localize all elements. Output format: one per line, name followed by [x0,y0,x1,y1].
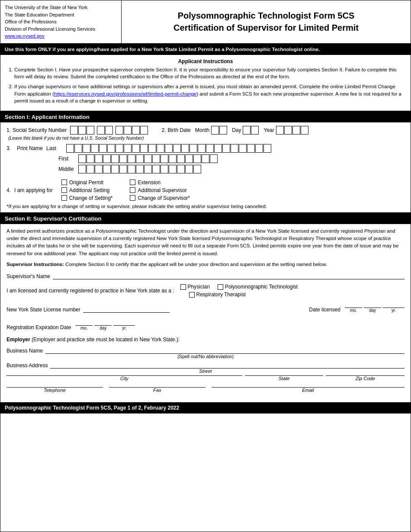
header: The University of the State of New York … [0,0,411,44]
print-name-section: 3. Print Name Last First Middle [6,144,405,173]
ssn-box-8[interactable] [132,126,140,135]
year-box-2[interactable] [284,126,292,135]
option-extension[interactable]: Extension [130,179,190,186]
supervisor-instructions-bold: Supervisor Instructions: [6,262,64,267]
footer-bar: Polysomnographic Technologist Form 5CS, … [0,402,411,413]
business-name-block: Business Name (Spell out/No abbreviation… [6,346,405,359]
spell-note: (Spell out/No abbreviation) [6,354,405,359]
day-box-2[interactable] [251,126,259,135]
reg-mo-sub: mo. [80,326,88,330]
checkbox-change-supervisor[interactable] [130,195,135,201]
reg-exp-day[interactable] [94,318,112,326]
inst2-link[interactable]: https://eservices.nysed.gov/professions/… [54,91,196,96]
asterisk-note: *If you are applying for a change of set… [6,204,405,209]
last-sublabel: Last [46,145,64,151]
section2-header: Section II: Supervisor's Certification [0,213,411,224]
license-num-input[interactable] [83,305,170,313]
business-name-label: Business Name [6,348,43,354]
ssn-box-sep2 [113,126,115,135]
zip-field-block: Zip Code [326,375,405,381]
last-name-boxes[interactable] [66,144,272,153]
option-change-setting[interactable]: Change of Setting* [61,195,122,201]
email-label: Email [212,388,405,393]
ssn-box-4[interactable] [97,126,105,135]
date-licensed-mo[interactable] [345,300,362,308]
first-name-boxes[interactable] [78,154,218,163]
section1-content: 1. Social Security Number [0,122,411,177]
supervisor-name-line: Supervisor's Name [6,272,405,279]
checkbox-additional-setting[interactable] [61,187,67,193]
ssn-box-7[interactable] [124,126,132,135]
day-boxes[interactable] [243,126,259,135]
middle-sublabel: Middle [58,166,76,172]
option-additional-supervisor[interactable]: Additional Supervisor [130,187,190,193]
ssn-box-3[interactable] [87,126,94,135]
ssn-box-1[interactable] [70,126,78,135]
ssn-boxes[interactable] [70,126,148,135]
year-label: Year [263,127,274,133]
option-original[interactable]: Original Permit [61,179,122,186]
checkbox-resp[interactable] [189,292,195,298]
reg-exp-yr[interactable] [113,318,135,326]
date-licensed-day[interactable] [364,300,381,308]
month-boxes[interactable] [211,126,228,135]
day-box-1[interactable] [243,126,250,135]
day-label: Day [232,127,241,133]
month-label: Month [195,127,209,133]
last-name-row: 3. Print Name Last [6,144,405,153]
date-licensed-yr[interactable] [383,300,405,308]
city-state-zip-row: City State Zip Code [6,375,405,381]
field1-num: 1. [6,127,11,133]
year-box-1[interactable] [276,126,284,135]
ssn-box-2[interactable] [78,126,86,135]
first-sublabel: First [58,156,76,162]
resp-option[interactable]: Respiratory Therapist [189,292,246,298]
supervisor-name-input[interactable] [53,272,405,279]
field2-num: 2. [161,127,166,133]
option-additional-setting[interactable]: Additional Setting [61,187,122,193]
city-label: City [6,376,242,381]
checkbox-physician[interactable] [180,284,186,290]
mo-sub: mo. [350,308,357,313]
ssn-box-5[interactable] [105,126,113,135]
checkbox-original[interactable] [61,179,67,185]
yr-sub: yr. [392,308,396,313]
instructions-section: Applicant Instructions Complete Section … [0,55,411,112]
business-name-input[interactable] [45,346,405,354]
zip-label: Zip Code [326,376,405,381]
org-line1: The University of the State of New York [5,4,117,11]
month-box-1[interactable] [211,126,219,135]
middle-name-boxes[interactable] [78,165,202,173]
reg-day-sub: day [100,326,106,330]
org-url[interactable]: www.op.nysed.gov [5,32,117,40]
supervisor-instructions-line: Supervisor Instructions: Complete Sectio… [6,261,405,268]
ssn-label: Social Security Number [13,127,67,133]
business-address-input[interactable] [50,361,405,369]
checkbox-change-setting[interactable] [61,195,67,201]
supervisor-instructions-text: Complete Section II to certify that the … [64,262,327,267]
month-box-2[interactable] [219,126,227,135]
supervisor-name-label: Supervisor's Name [6,273,50,279]
reg-exp-mo[interactable] [75,318,93,326]
checkbox-additional-supervisor[interactable] [130,187,135,193]
ssn-box-9[interactable] [140,126,148,135]
page: The University of the State of New York … [0,0,411,532]
poly-option[interactable]: Polysomnographic Technologist [218,284,298,290]
license-num-label: New York State License number [6,307,80,313]
first-name-row: First [58,154,405,163]
checkbox-extension[interactable] [130,179,135,185]
option-change-supervisor[interactable]: Change of Supervisor* [130,195,190,201]
year-box-3[interactable] [292,126,300,135]
notice-text: Use this form ONLY if you are applying/h… [5,47,320,52]
checkbox-poly[interactable] [218,284,223,290]
email-field-block: Email [212,387,405,393]
city-field-block: City [6,375,242,381]
header-org: The University of the State of New York … [0,0,122,43]
year-boxes[interactable] [276,126,309,135]
notice-bar: Use this form ONLY if you are applying/h… [0,44,411,55]
telephone-field-block: Telephone [6,387,103,393]
ssn-box-6[interactable] [116,126,123,135]
day-sub: day [369,308,376,313]
year-box-4[interactable] [301,126,308,135]
physician-option[interactable]: Physician [180,284,210,290]
